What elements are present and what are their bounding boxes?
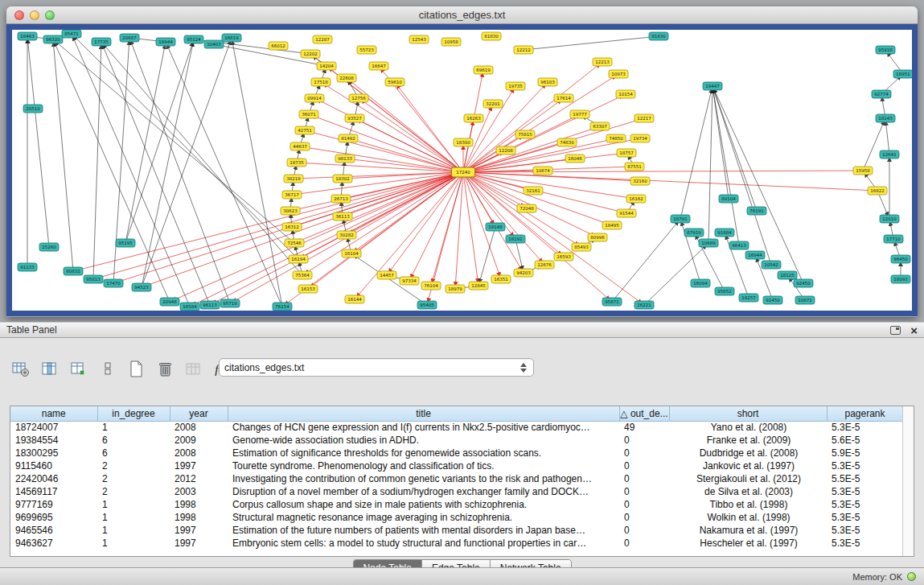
graph-node[interactable]: 10674 [533,167,552,175]
graph-node[interactable]: 16153 [298,285,318,293]
add-column-icon[interactable] [69,360,88,379]
graph-node[interactable]: 55723 [357,46,376,54]
table-header-row[interactable]: namein_degreeyeartitle△ out_de...shortpa… [10,406,903,421]
graph-node[interactable]: 18302 [333,175,352,183]
graph-node[interactable]: 22608 [337,74,356,82]
graph-node[interactable]: 95195 [116,239,135,247]
graph-node[interactable]: 17240 [452,167,475,177]
graph-node[interactable]: 20948 [160,298,179,306]
graph-node[interactable]: 18944 [156,38,175,46]
column-header[interactable]: △ out_de... [619,406,669,421]
graph-node[interactable]: 18791 [671,215,690,223]
graph-node[interactable]: 30282 [337,231,356,239]
graph-node[interactable]: 16144 [345,295,364,303]
table-row[interactable]: 1872400712008Changes of HCN gene express… [10,421,903,434]
graph-node[interactable]: 81492 [339,134,358,142]
graph-node[interactable]: 95013 [84,275,103,283]
graph-node[interactable]: 16094 [691,279,710,287]
graph-node[interactable]: 74830 [557,138,577,146]
graph-node[interactable]: 14204 [317,62,336,70]
graph-node[interactable]: 72546 [285,239,304,247]
table-settings-icon[interactable] [11,360,31,379]
column-header[interactable]: title [228,406,619,421]
graph-node[interactable]: 92774 [872,90,891,98]
graph-node[interactable]: 92450 [794,279,813,287]
graph-node[interactable]: 36113 [333,212,352,220]
graph-node[interactable]: 16593 [554,253,573,261]
close-panel-icon[interactable]: × [910,325,918,336]
minimize-window-button[interactable] [30,10,39,20]
graph-node[interactable]: 96450 [891,255,910,263]
network-graph[interactable]: 1846396320854711773520687189449512410403… [12,30,912,311]
graph-node[interactable]: 16312 [282,223,302,231]
graph-node[interactable]: 19734 [630,134,650,142]
graph-node[interactable]: 10689 [699,239,718,247]
graph-node[interactable]: 19447 [703,82,722,90]
graph-node[interactable]: 12208 [496,146,515,154]
graph-node[interactable]: 16221 [634,301,654,309]
graph-node[interactable]: 10958 [441,38,461,46]
graph-node[interactable]: 12287 [313,35,332,43]
graph-node[interactable]: 18300 [454,138,473,146]
graph-node[interactable]: 93527 [345,114,364,122]
graph-node[interactable]: 18495 [602,221,622,229]
graph-node[interactable]: 16191 [506,235,525,243]
graph-node[interactable]: 12676 [535,261,554,269]
table-row[interactable]: 946554611997Estimation of the future num… [10,524,903,537]
graph-node[interactable]: 75815 [515,130,535,138]
graph-node[interactable]: 96413 [729,241,749,249]
table-row[interactable]: 1830029562008Estimation of significance … [10,447,903,459]
window-titlebar[interactable]: citations_edges.txt [6,6,918,24]
graph-node[interactable]: 69619 [474,66,493,74]
delete-table-icon[interactable] [156,360,175,379]
graph-node[interactable]: 16194 [289,255,308,263]
column-header[interactable]: name [10,406,97,421]
graph-node[interactable]: 91133 [18,263,37,271]
graph-node[interactable]: 76104 [421,282,441,290]
close-window-button[interactable] [14,10,24,20]
graph-node[interactable]: 92450 [763,296,782,304]
import-table-icon[interactable] [185,360,204,379]
graph-node[interactable]: 10403 [204,40,224,48]
graph-node[interactable]: 16162 [626,195,646,203]
graph-node[interactable]: 18143 [876,114,895,122]
graph-node[interactable]: 76154 [273,303,292,311]
graph-node[interactable]: 19735 [506,82,525,90]
graph-node[interactable]: 17470 [104,279,123,287]
column-header[interactable]: short [669,406,827,421]
graph-node[interactable]: 25260 [39,243,59,251]
graph-node[interactable]: 91884 [715,229,734,237]
graph-node[interactable]: 26713 [331,195,351,203]
graph-node[interactable]: 15958 [853,167,873,175]
column-header[interactable]: year [170,406,228,421]
graph-node[interactable]: 30623 [281,207,300,215]
graph-node[interactable]: 16619 [222,34,241,42]
graph-node[interactable]: 80832 [64,267,83,275]
graph-node[interactable]: 89104 [719,195,738,203]
graph-node[interactable]: 81830 [649,32,668,40]
graph-node[interactable]: 16584 [180,303,199,311]
column-header[interactable]: in_degree [97,406,170,421]
graph-node[interactable]: 10871 [795,296,815,304]
graph-node[interactable]: 63307 [590,122,610,130]
graph-node[interactable]: 32161 [524,187,543,195]
graph-node[interactable]: 18463 [18,32,37,40]
graph-node[interactable]: 12641 [880,150,899,159]
graph-node[interactable]: 91544 [617,209,636,217]
float-panel-icon[interactable] [890,326,901,335]
graph-node[interactable]: 17614 [554,94,573,102]
graph-node[interactable]: 16046 [565,154,585,163]
table-row[interactable]: 2242004622012Investigating the contribut… [10,472,903,485]
graph-node[interactable]: 96320 [43,35,63,43]
graph-node[interactable]: 32160 [630,177,650,185]
graph-node[interactable]: 32201 [483,100,503,108]
graph-node[interactable]: 09914 [305,94,324,102]
graph-node[interactable]: 95405 [417,301,437,309]
graph-node[interactable]: 36071 [299,110,318,118]
graph-node[interactable]: 44637 [290,142,310,150]
graph-node[interactable]: 19777 [570,110,589,118]
graph-node[interactable]: 20687 [120,34,139,42]
graph-node[interactable]: 76191 [747,207,766,215]
graph-node[interactable]: 17710 [884,235,903,243]
graph-node[interactable]: 80996 [588,233,607,241]
